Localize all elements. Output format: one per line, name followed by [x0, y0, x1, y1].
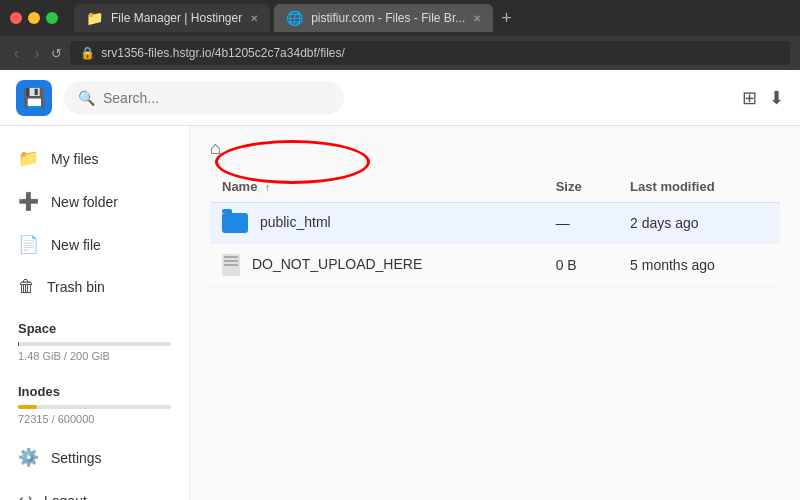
sort-arrow: ↑: [265, 182, 270, 193]
inodes-progress-fill: [18, 405, 37, 409]
tab-files[interactable]: 🌐 pistifiur.com - Files - File Br... ✕: [274, 4, 493, 32]
inodes-progress-bg: [18, 405, 171, 409]
sidebar-item-trash[interactable]: 🗑 Trash bin: [0, 267, 189, 307]
maximize-button[interactable]: [46, 12, 58, 24]
sidebar-logout-label: Logout: [44, 493, 87, 501]
sidebar-item-settings[interactable]: ⚙️ Settings: [0, 437, 189, 478]
header-right: ⊞ ⬇: [742, 87, 784, 109]
tab-label-1: File Manager | Hostinger: [111, 11, 242, 25]
sidebar-item-logout[interactable]: ↩ Logout: [0, 480, 189, 500]
newfile-icon: 📄: [18, 234, 39, 255]
sidebar: 📁 My files ➕ New folder 📄 New file 🗑 Tra…: [0, 126, 190, 500]
sidebar-newfolder-label: New folder: [51, 194, 118, 210]
breadcrumb: ⌂: [210, 138, 780, 159]
search-icon: 🔍: [78, 90, 95, 106]
space-progress-bg: [18, 342, 171, 346]
file-size-cell: 0 B: [544, 244, 618, 287]
logout-icon: ↩: [18, 490, 32, 500]
home-icon[interactable]: ⌂: [210, 138, 221, 159]
tab-file-manager[interactable]: 📁 File Manager | Hostinger ✕: [74, 4, 270, 32]
col-modified[interactable]: Last modified: [618, 171, 780, 203]
inodes-value: 72315 / 600000: [18, 413, 171, 425]
file-name-cell: DO_NOT_UPLOAD_HERE: [210, 244, 544, 287]
tab-close-2[interactable]: ✕: [473, 13, 481, 24]
tab-icon-1: 📁: [86, 10, 103, 26]
search-bar[interactable]: 🔍: [64, 81, 344, 115]
minimize-button[interactable]: [28, 12, 40, 24]
back-button[interactable]: ‹: [10, 43, 23, 63]
url-text: srv1356-files.hstgr.io/4b1205c2c7a34dbf/…: [101, 46, 345, 60]
addressbar: ‹ › ↺ 🔒 srv1356-files.hstgr.io/4b1205c2c…: [0, 36, 800, 70]
titlebar: 📁 File Manager | Hostinger ✕ 🌐 pistifiur…: [0, 0, 800, 36]
tab-label-2: pistifiur.com - Files - File Br...: [311, 11, 465, 25]
sidebar-myfiles-label: My files: [51, 151, 98, 167]
search-input[interactable]: [103, 90, 323, 106]
sidebar-settings-label: Settings: [51, 450, 102, 466]
space-title: Space: [18, 321, 171, 336]
myfiles-icon: 📁: [18, 148, 39, 169]
refresh-button[interactable]: ↺: [51, 46, 62, 61]
table-row[interactable]: public_html — 2 days ago: [210, 203, 780, 244]
file-name: DO_NOT_UPLOAD_HERE: [252, 256, 422, 272]
new-tab-button[interactable]: +: [497, 8, 516, 29]
col-name[interactable]: Name ↑: [210, 171, 544, 203]
file-table: Name ↑ Size Last modified public_html: [210, 171, 780, 287]
file-icon: [222, 254, 240, 276]
table-row[interactable]: DO_NOT_UPLOAD_HERE 0 B 5 months ago: [210, 244, 780, 287]
file-modified-cell: 5 months ago: [618, 244, 780, 287]
space-value: 1.48 GiB / 200 GiB: [18, 350, 171, 362]
trash-icon: 🗑: [18, 277, 35, 297]
traffic-lights: [10, 12, 58, 24]
lock-icon: 🔒: [80, 46, 95, 60]
url-bar[interactable]: 🔒 srv1356-files.hstgr.io/4b1205c2c7a34db…: [70, 41, 790, 65]
close-button[interactable]: [10, 12, 22, 24]
content-area: ⌂ Name ↑ Size Last modified: [190, 126, 800, 500]
logo-icon: 💾: [23, 87, 45, 109]
sidebar-item-newfile[interactable]: 📄 New file: [0, 224, 189, 265]
app-header: 💾 🔍 ⊞ ⬇: [0, 70, 800, 126]
space-progress-fill: [18, 342, 19, 346]
space-section: Space 1.48 GiB / 200 GiB: [0, 311, 189, 372]
tab-icon-2: 🌐: [286, 10, 303, 26]
file-name-cell: public_html: [210, 203, 544, 244]
folder-icon: [222, 213, 248, 233]
forward-button[interactable]: ›: [31, 43, 44, 63]
sidebar-item-newfolder[interactable]: ➕ New folder: [0, 181, 189, 222]
inodes-section: Inodes 72315 / 600000: [0, 374, 189, 435]
sidebar-item-myfiles[interactable]: 📁 My files: [0, 138, 189, 179]
file-name: public_html: [260, 214, 331, 230]
app-logo: 💾: [16, 80, 52, 116]
file-modified-cell: 2 days ago: [618, 203, 780, 244]
col-size[interactable]: Size: [544, 171, 618, 203]
file-size-cell: —: [544, 203, 618, 244]
settings-icon: ⚙️: [18, 447, 39, 468]
newfolder-icon: ➕: [18, 191, 39, 212]
download-icon[interactable]: ⬇: [769, 87, 784, 109]
grid-view-icon[interactable]: ⊞: [742, 87, 757, 109]
below-header: 📁 My files ➕ New folder 📄 New file 🗑 Tra…: [0, 126, 800, 500]
tab-close-1[interactable]: ✕: [250, 13, 258, 24]
browser-tabs: 📁 File Manager | Hostinger ✕ 🌐 pistifiur…: [74, 4, 790, 32]
sidebar-newfile-label: New file: [51, 237, 101, 253]
inodes-title: Inodes: [18, 384, 171, 399]
sidebar-trash-label: Trash bin: [47, 279, 105, 295]
